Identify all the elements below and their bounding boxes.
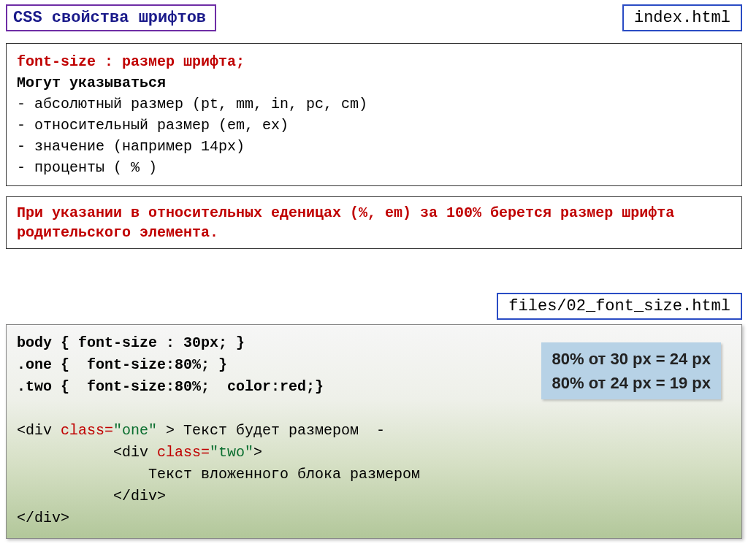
code-line-7: </div> (17, 488, 166, 505)
filename-label-1: index.html (622, 4, 742, 31)
desc-line-2: Могут указываться (17, 72, 731, 93)
code-example-box: body { font-size : 30px; } .one { font-s… (6, 324, 742, 539)
font-size-description-box: font-size : размер шрифта; Могут указыва… (6, 43, 742, 186)
page-title: CSS свойства шрифтов (6, 4, 216, 31)
desc-line-3: - абсолютный размер (pt, mm, in, pc, cm) (17, 93, 731, 115)
relative-units-note: При указании в относительных еденицах (%… (6, 196, 742, 249)
code-line-4: <div class="one" > Текст будет размером … (17, 422, 385, 439)
code-line-8: </div> (17, 510, 69, 526)
desc-line-5: - значение (например 14px) (17, 136, 731, 157)
code-line-2: .one { font-size:80%; } (17, 356, 227, 373)
desc-line-1: font-size : размер шрифта; (17, 53, 245, 70)
calc-line-2: 80% от 24 px = 19 px (552, 371, 711, 395)
code-line-5: <div class="two"> (17, 444, 262, 461)
filename-label-2: files/02_font_size.html (497, 293, 742, 320)
desc-line-4: - относительный размер (em, ex) (17, 115, 731, 136)
code-line-1: body { font-size : 30px; } (17, 334, 245, 351)
desc-line-6: - проценты ( % ) (17, 157, 731, 178)
code-line-3: .two { font-size:80%; color:red;} (17, 378, 324, 395)
code-line-6: Текст вложенного блока размером (17, 466, 420, 483)
calculation-overlay: 80% от 30 px = 24 px 80% от 24 px = 19 p… (541, 342, 721, 399)
calc-line-1: 80% от 30 px = 24 px (552, 347, 711, 371)
